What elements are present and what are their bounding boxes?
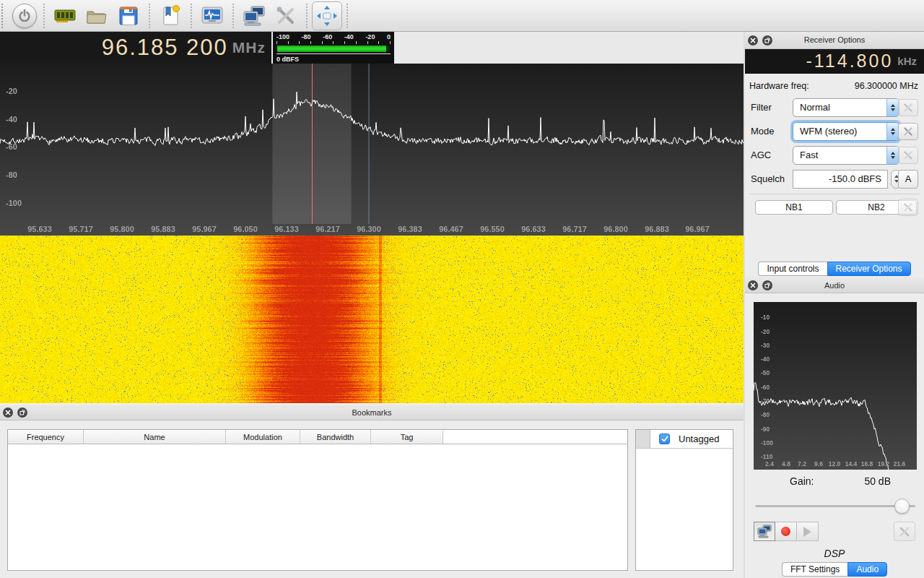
agc-options-button[interactable] (898, 147, 918, 164)
tab-audio[interactable]: Audio (847, 562, 887, 577)
spectrum-y-tick: -40 (6, 115, 17, 124)
tag-list-item[interactable]: Untagged (636, 430, 733, 449)
remote-computers-icon (242, 4, 266, 27)
main-toolbar (0, 0, 924, 32)
tag-list: Untagged (635, 429, 733, 571)
column-header-frequency[interactable]: Frequency (8, 430, 84, 444)
select-arrows-icon (886, 99, 899, 116)
tools-icon (903, 150, 913, 160)
spectrum-canvas[interactable] (0, 64, 744, 236)
offset-value[interactable]: -114.800 (806, 51, 893, 72)
audio-x-tick: 7.2 (798, 460, 806, 467)
squelch-input[interactable]: -150.0 dBFS (793, 170, 888, 189)
audio-x-tick: 9.6 (814, 460, 823, 467)
column-header-tag[interactable]: Tag (371, 430, 443, 444)
float-icon[interactable] (762, 280, 772, 290)
spectrum-x-tick: 96.467 (439, 225, 463, 233)
tools-icon (903, 126, 913, 137)
float-icon[interactable] (762, 35, 772, 46)
pan-arrows-icon (315, 4, 339, 27)
agc-value: Fast (793, 150, 886, 160)
audio-x-tick: 16.8 (861, 460, 873, 467)
filter-options-button[interactable] (898, 99, 918, 116)
audio-stream-button[interactable] (754, 522, 775, 541)
meter-label: 0 dBFS (276, 56, 391, 63)
nb-options-button[interactable] (898, 199, 918, 216)
receiver-title: Receiver Options (804, 35, 865, 44)
frequency-unit: MHz (232, 39, 266, 56)
filter-label: Filter (751, 102, 772, 113)
audio-record-button[interactable] (775, 522, 797, 541)
spectrum-x-tick: 96.967 (685, 225, 710, 233)
close-icon[interactable] (3, 407, 13, 418)
gain-label: Gain: (790, 475, 814, 487)
save-button[interactable] (113, 1, 144, 30)
gain-slider-track[interactable] (755, 505, 915, 507)
toolbar-separator (43, 4, 45, 28)
audio-fft-plot[interactable]: -10 -20 -30 -40 -50 -60 -70 -80 -90 -100… (754, 302, 917, 470)
frequency-row: 96.185 200 MHz -100 -80 -60 -40 -20 0 (0, 32, 744, 64)
spectrum-panel: -20 -40 -60 -80 -100 95.633 95.717 95.80… (0, 64, 744, 236)
audio-play-button[interactable] (797, 522, 819, 541)
tools-icon (903, 103, 913, 113)
audio-x-tick: 14.4 (845, 460, 858, 467)
column-header-name[interactable]: Name (84, 430, 226, 444)
audio-y-tick: -40 (761, 355, 770, 363)
meter-tick: 0 (387, 33, 391, 40)
filter-select[interactable]: Normal (793, 98, 899, 117)
io-config-button[interactable] (49, 1, 81, 30)
tools-icon (274, 4, 297, 27)
spectrum-x-tick: 95.633 (27, 225, 52, 233)
tab-fft-settings[interactable]: FFT Settings (782, 562, 847, 577)
frequency-display[interactable]: 96.185 200 MHz (0, 32, 271, 64)
record-icon (781, 527, 790, 536)
close-icon[interactable] (748, 35, 758, 46)
bookmarks-button[interactable] (154, 1, 186, 30)
spectrum-x-tick: 96.633 (521, 225, 546, 233)
select-arrows-icon (886, 147, 899, 164)
squelch-value: -150.0 dBFS (829, 173, 881, 184)
tag-color-swatch[interactable] (636, 430, 650, 448)
fullscreen-button[interactable] (312, 1, 342, 30)
gain-slider[interactable] (755, 499, 915, 513)
close-icon[interactable] (748, 280, 758, 290)
tag-checkbox[interactable] (659, 434, 670, 444)
receiver-titlebar: Receiver Options (745, 32, 924, 49)
open-button[interactable] (81, 1, 113, 30)
toolbar-separator (149, 4, 150, 28)
mode-label: Mode (751, 126, 775, 137)
nb1-button[interactable]: NB1 (755, 200, 833, 215)
waterfall-canvas[interactable] (0, 236, 744, 403)
frequency-value[interactable]: 96.185 200 (102, 35, 228, 61)
column-header-bandwidth[interactable]: Bandwidth (300, 430, 371, 444)
mode-options-button[interactable] (898, 123, 918, 140)
meter-tick: -20 (365, 33, 375, 40)
spectrum-x-tick: 96.800 (603, 225, 628, 233)
power-button[interactable] (10, 1, 39, 30)
audio-fft-canvas[interactable] (754, 302, 917, 470)
remote-control-button[interactable] (238, 1, 270, 30)
nb2-label: NB2 (868, 202, 884, 212)
offset-frequency-display[interactable]: -114.800 kHz (745, 49, 924, 74)
float-icon[interactable] (17, 407, 27, 418)
spectrum-x-tick: 95.883 (151, 225, 175, 233)
audio-options-button[interactable] (894, 522, 915, 541)
auto-squelch-button[interactable]: A (898, 170, 918, 189)
nb1-label: NB1 (785, 202, 802, 212)
column-header-modulation[interactable]: Modulation (226, 430, 300, 444)
agc-select[interactable]: Fast (793, 146, 899, 165)
filter-value: Normal (793, 102, 886, 113)
gain-slider-handle[interactable] (894, 499, 910, 514)
auto-squelch-label: A (905, 173, 912, 184)
meter-tick: -60 (323, 33, 332, 40)
dsp-monitor-button[interactable] (196, 1, 228, 30)
toolbar-grip[interactable] (1, 4, 7, 28)
tab-input-controls[interactable]: Input controls (758, 262, 827, 276)
signal-meter: -100 -80 -60 -40 -20 0 0 dBFS (273, 32, 394, 64)
mode-select[interactable]: WFM (stereo) (793, 122, 899, 141)
tools-icon (899, 526, 910, 538)
audio-x-tick: 4.8 (782, 460, 790, 467)
tab-receiver-options[interactable]: Receiver Options (827, 262, 911, 276)
audio-y-tick: -100 (761, 439, 773, 447)
tools-button[interactable] (270, 1, 302, 30)
